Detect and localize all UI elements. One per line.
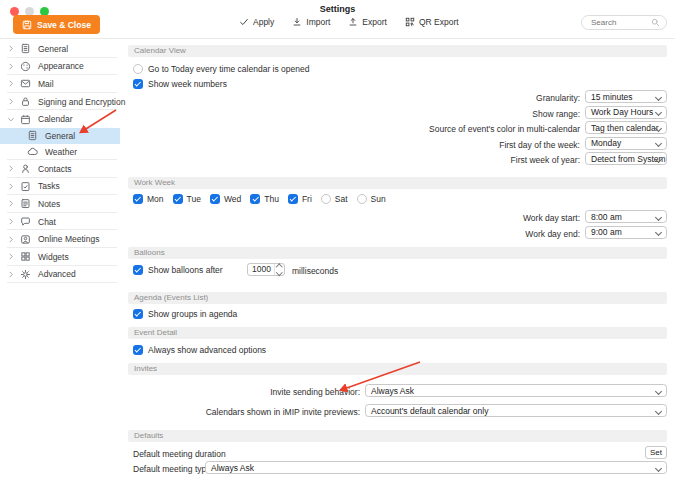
widgets-grid-icon [20,251,31,262]
balloon-delay-input[interactable]: 1000 [247,263,285,276]
imip-calendars-label: Calendars shown in iMIP invite previews: [128,407,360,417]
default-meeting-type-select[interactable]: Always Ask [205,461,667,474]
sidebar-item-calendar-weather[interactable]: Weather [0,144,120,160]
search-icon [651,18,660,27]
import-button[interactable]: Import [292,17,330,27]
chevron-down-icon [7,115,15,124]
check-icon [239,17,249,27]
chevron-down-icon [655,387,662,394]
person-icon [20,163,31,174]
chevron-down-icon [655,213,662,220]
export-button[interactable]: Export [348,17,387,27]
section-header-calendar-view: Calendar View [128,45,667,57]
save-and-close-button[interactable]: Save & Close [13,15,100,34]
first-day-of-week-label: First day of the week: [128,140,580,150]
sidebar-item-contacts[interactable]: Contacts [0,160,120,178]
chevron-down-icon [655,109,662,116]
first-week-of-year-select[interactable]: Detect from System [585,152,667,165]
cloud-icon [27,146,38,157]
workday-checkbox-sat[interactable]: Sat [321,194,348,204]
work-day-start-select[interactable]: 8:00 am [585,210,667,223]
apply-button[interactable]: Apply [239,17,274,27]
always-show-advanced-options-checkbox[interactable]: Always show advanced options [133,344,266,356]
default-meeting-duration-label: Default meeting duration [133,449,226,459]
milliseconds-label: milliseconds [292,266,338,276]
video-meeting-icon [20,234,31,245]
section-header-defaults: Defaults [128,430,667,442]
show-balloons-checkbox[interactable]: Show balloons after [133,264,223,276]
gear-icon [20,269,31,280]
workday-checkbox-mon[interactable]: Mon [133,194,164,204]
import-icon [292,17,302,27]
settings-window: Settings Save & Close Apply Import Expor… [0,0,675,500]
settings-sidebar: General Appearance Mail Signing and Encr… [0,40,120,283]
section-header-agenda: Agenda (Events List) [128,292,667,304]
chevron-down-icon [655,124,662,131]
clipboard-icon [27,130,38,141]
sidebar-item-calendar-general[interactable]: General [0,128,120,144]
search-box [581,15,667,30]
chevron-down-icon [655,93,662,100]
sidebar-item-appearance[interactable]: Appearance [0,58,120,76]
sidebar-item-chat[interactable]: Chat [0,213,120,231]
workday-checkbox-wed[interactable]: Wed [210,194,241,204]
work-day-start-label: Work day start: [128,213,580,223]
section-header-balloons: Balloons [128,247,667,259]
show-range-label: Show range: [128,109,580,119]
granularity-select[interactable]: 15 minutes [585,90,667,103]
chevron-right-icon [7,97,15,106]
qr-code-icon [405,17,415,27]
set-duration-button[interactable]: Set [645,446,667,459]
sidebar-item-calendar[interactable]: Calendar [0,110,120,128]
lock-icon [20,96,31,107]
header-divider [0,38,675,39]
mail-icon [20,78,31,89]
work-day-end-label: Work day end: [128,229,580,239]
tasks-icon [20,181,31,192]
default-meeting-type-label: Default meeting type [133,464,211,474]
palette-icon [20,61,31,72]
sidebar-item-online-meetings[interactable]: Online Meetings [0,230,120,248]
workday-checkbox-tue[interactable]: Tue [173,194,201,204]
qr-export-button[interactable]: QR Export [405,17,459,27]
chevron-right-icon [7,235,15,244]
workday-checkbox-fri[interactable]: Fri [288,194,312,204]
chevron-down-icon [655,229,662,236]
sidebar-item-widgets[interactable]: Widgets [0,248,120,266]
work-day-end-select[interactable]: 9:00 am [585,226,667,239]
chevron-right-icon [7,270,15,279]
show-groups-in-agenda-checkbox[interactable]: Show groups in agenda [133,308,237,320]
invite-sending-behavior-select[interactable]: Always Ask [365,384,667,397]
workday-checkbox-sun[interactable]: Sun [357,194,386,204]
show-range-select[interactable]: Work Day Hours [585,106,667,119]
chevron-down-icon [655,140,662,147]
first-week-of-year-label: First week of year: [128,155,580,165]
sidebar-item-signing-and-encryption[interactable]: Signing and Encryption [0,93,120,111]
chevron-right-icon [7,199,15,208]
chat-bubble-icon [20,216,31,227]
stepper-arrows-icon[interactable] [274,264,284,275]
workday-checkbox-thu[interactable]: Thu [250,194,279,204]
chevron-down-icon [655,407,662,414]
chevron-right-icon [7,252,15,261]
chevron-right-icon [7,164,15,173]
search-input[interactable] [582,18,651,27]
sidebar-item-mail[interactable]: Mail [0,75,120,93]
sidebar-item-tasks[interactable]: Tasks [0,178,120,196]
go-to-today-checkbox[interactable]: Go to Today every time calendar is opene… [133,63,309,75]
show-week-numbers-checkbox[interactable]: Show week numbers [133,78,227,90]
section-header-event-detail: Event Detail [128,327,667,339]
save-icon [22,20,32,30]
window-title: Settings [0,4,675,14]
sidebar-item-advanced[interactable]: Advanced [0,266,120,284]
invite-sending-behavior-label: Invite sending behavior: [128,387,360,397]
calendar-icon [20,114,31,125]
chevron-down-icon [655,464,662,471]
sidebar-item-notes[interactable]: Notes [0,195,120,213]
imip-calendars-select[interactable]: Account's default calendar only [365,404,667,417]
section-header-invites: Invites [128,363,667,375]
first-day-of-week-select[interactable]: Monday [585,137,667,150]
event-color-source-select[interactable]: Tag then calendar [585,121,667,134]
sidebar-item-general[interactable]: General [0,40,120,58]
chevron-right-icon [7,217,15,226]
